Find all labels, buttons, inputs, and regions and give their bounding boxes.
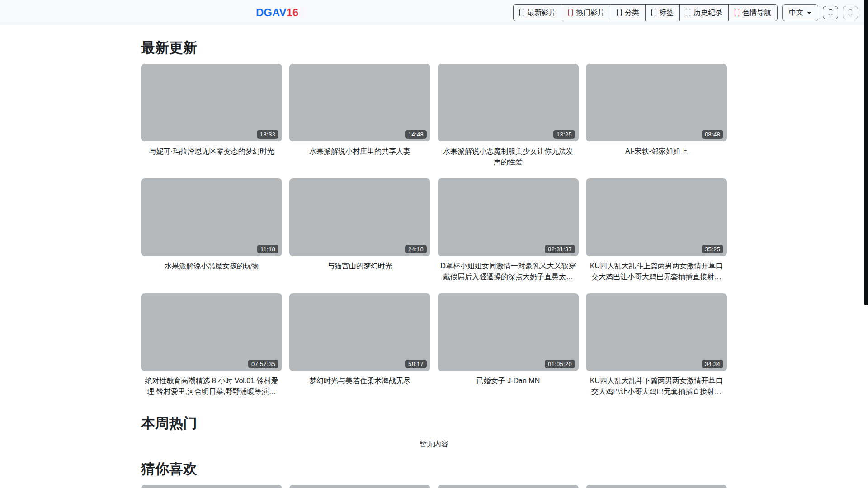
duration-badge: 13:25 <box>553 130 575 139</box>
duration-badge: 14:48 <box>405 130 427 139</box>
duration-badge: 58:17 <box>405 360 427 368</box>
nav-button-label: 分类 <box>625 8 639 17</box>
video-thumbnail[interactable] <box>289 485 430 488</box>
duration-badge: 08:48 <box>702 130 723 139</box>
video-card[interactable] <box>289 485 430 488</box>
nav-button-hot-videos[interactable]: 热门影片 <box>562 4 611 21</box>
nav-button-tags[interactable]: 标签 <box>645 4 680 21</box>
video-card[interactable] <box>438 485 579 488</box>
nav-button-label: 最新影片 <box>527 8 556 17</box>
duration-badge: 18:33 <box>257 130 278 139</box>
navbar-actions: 最新影片热门影片分类标签历史纪录色情导航 中文 <box>513 4 858 21</box>
nav-button-label: 历史纪录 <box>693 8 722 17</box>
nav-icon-button-light[interactable] <box>843 6 858 19</box>
video-card[interactable]: 11:18水果派解说小恶魔女孩的玩物 <box>141 178 282 282</box>
placeholder-glyph-icon <box>829 9 832 15</box>
nav-button-history[interactable]: 历史纪录 <box>679 4 729 21</box>
duration-badge: 07:57:35 <box>248 360 278 368</box>
video-title[interactable]: 已婚女子 J-Dan MN <box>438 375 579 386</box>
video-title[interactable]: 水果派解说小恶魔制服美少女让你无法发声的性爱 <box>438 146 579 168</box>
language-label: 中文 <box>789 8 803 17</box>
video-card[interactable]: 02:31:37D罩杯小姐姐女同激情一对豪乳又大又软穿戴假屌后入骚逼操的深点大奶… <box>438 178 579 282</box>
video-thumbnail[interactable]: 18:33 <box>141 64 282 141</box>
video-thumbnail[interactable]: 08:48 <box>586 64 727 141</box>
tag-icon <box>651 9 656 16</box>
video-title[interactable]: 梦幻时光与美若住柔术海战无尽 <box>289 375 430 386</box>
video-title[interactable]: D罩杯小姐姐女同激情一对豪乳又大又软穿戴假屌后入骚逼操的深点大奶子直晃太骚了. <box>438 261 579 282</box>
video-card[interactable]: 07:57:35绝对性教育高潮精选 8 小时 Vol.01 铃村爱理 铃村爱里,… <box>141 293 282 397</box>
empty-state-text: 暂无内容 <box>141 439 727 450</box>
video-card[interactable]: 01:05:20已婚女子 J-Dan MN <box>438 293 579 397</box>
video-thumbnail[interactable]: 13:25 <box>438 64 579 141</box>
video-thumbnail[interactable] <box>438 485 579 488</box>
scrollbar[interactable] <box>864 0 868 305</box>
section-title-latest: 最新更新 <box>141 39 727 56</box>
chevron-down-icon <box>807 12 811 14</box>
video-card[interactable]: 14:48水果派解说小村庄里的共享人妻 <box>289 64 430 168</box>
duration-badge: 01:05:20 <box>545 360 575 368</box>
main-content: 最新更新 18:33与妮可·玛拉泽恩无区零变态的梦幻时光14:48水果派解说小村… <box>141 39 727 488</box>
video-title[interactable]: KU四人乱大乱斗下篇两男两女激情开草口交大鸡巴让小哥大鸡巴无套抽插直接射进骚逼里… <box>586 375 727 397</box>
video-thumbnail[interactable]: 11:18 <box>141 178 282 256</box>
video-card[interactable]: 24:10与猫宫山的梦幻时光 <box>289 178 430 282</box>
video-card[interactable]: 08:48AI-宋轶-邻家姐姐上 <box>586 64 727 168</box>
duration-badge: 24:10 <box>405 245 427 253</box>
video-card[interactable]: 58:17梦幻时光与美若住柔术海战无尽 <box>289 293 430 397</box>
nav-icon-button-dark[interactable] <box>823 6 838 19</box>
film-icon <box>519 9 524 16</box>
nav-button-porn-directory[interactable]: 色情导航 <box>728 4 778 21</box>
history-icon <box>686 9 690 16</box>
video-thumbnail[interactable]: 07:57:35 <box>141 293 282 371</box>
navbar: DGAV16 最新影片热门影片分类标签历史纪录色情导航 中文 <box>0 0 868 25</box>
video-thumbnail[interactable]: 02:31:37 <box>438 178 579 256</box>
latest-video-grid: 18:33与妮可·玛拉泽恩无区零变态的梦幻时光14:48水果派解说小村庄里的共享… <box>141 64 727 397</box>
nav-button-label: 热门影片 <box>576 8 605 17</box>
guess-video-grid <box>141 485 727 488</box>
brand-name: DGAV <box>256 6 287 19</box>
language-dropdown[interactable]: 中文 <box>782 4 818 21</box>
video-title[interactable]: 与妮可·玛拉泽恩无区零变态的梦幻时光 <box>141 146 282 157</box>
duration-badge: 34:34 <box>702 360 723 368</box>
section-title-guess: 猜你喜欢 <box>141 460 727 477</box>
nav-button-latest-videos[interactable]: 最新影片 <box>513 4 562 21</box>
video-title[interactable]: 水果派解说小恶魔女孩的玩物 <box>141 261 282 272</box>
video-thumbnail[interactable] <box>586 485 727 488</box>
video-thumbnail[interactable]: 14:48 <box>289 64 430 141</box>
video-card[interactable]: 13:25水果派解说小恶魔制服美少女让你无法发声的性爱 <box>438 64 579 168</box>
video-card[interactable]: 35:25KU四人乱大乱斗上篇两男两女激情开草口交大鸡巴让小哥大鸡巴无套抽插直接… <box>586 178 727 282</box>
video-card[interactable]: 34:34KU四人乱大乱斗下篇两男两女激情开草口交大鸡巴让小哥大鸡巴无套抽插直接… <box>586 293 727 397</box>
video-card[interactable] <box>141 485 282 488</box>
video-thumbnail[interactable]: 34:34 <box>586 293 727 371</box>
video-title[interactable]: AI-宋轶-邻家姐姐上 <box>586 146 727 157</box>
compass-icon <box>735 9 739 16</box>
video-title[interactable]: 水果派解说小村庄里的共享人妻 <box>289 146 430 157</box>
category-icon <box>617 9 622 16</box>
duration-badge: 35:25 <box>702 245 723 253</box>
fire-icon <box>568 9 573 16</box>
video-card[interactable] <box>586 485 727 488</box>
video-title[interactable]: 与猫宫山的梦幻时光 <box>289 261 430 272</box>
brand-logo[interactable]: DGAV16 <box>256 6 298 19</box>
nav-button-group: 最新影片热门影片分类标签历史纪录色情导航 <box>513 4 778 21</box>
nav-button-categories[interactable]: 分类 <box>611 4 646 21</box>
video-thumbnail[interactable]: 58:17 <box>289 293 430 371</box>
brand-suffix: 16 <box>287 6 299 19</box>
nav-button-label: 标签 <box>659 8 674 17</box>
duration-badge: 02:31:37 <box>545 245 575 253</box>
nav-button-label: 色情导航 <box>742 8 771 17</box>
video-card[interactable]: 18:33与妮可·玛拉泽恩无区零变态的梦幻时光 <box>141 64 282 168</box>
video-thumbnail[interactable]: 24:10 <box>289 178 430 256</box>
duration-badge: 11:18 <box>257 245 278 253</box>
placeholder-glyph-icon <box>849 9 852 15</box>
video-thumbnail[interactable]: 01:05:20 <box>438 293 579 371</box>
section-title-weekly: 本周热门 <box>141 415 727 432</box>
video-title[interactable]: 绝对性教育高潮精选 8 小时 Vol.01 铃村爱理 铃村爱里,河合明日菜,野野… <box>141 375 282 397</box>
video-title[interactable]: KU四人乱大乱斗上篇两男两女激情开草口交大鸡巴让小哥大鸡巴无套抽插直接射进骚逼里… <box>586 261 727 282</box>
video-thumbnail[interactable] <box>141 485 282 488</box>
video-thumbnail[interactable]: 35:25 <box>586 178 727 256</box>
